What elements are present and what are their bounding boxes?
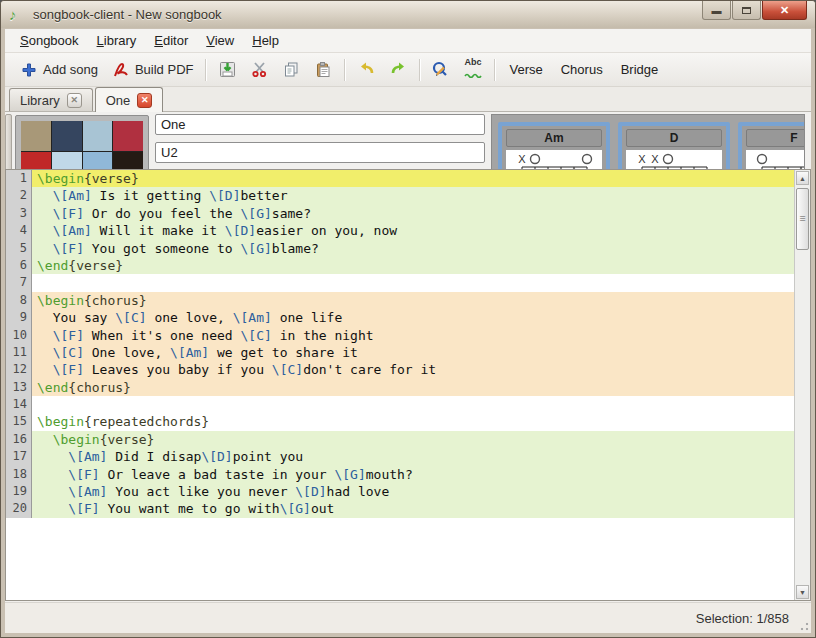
editor-line[interactable]: 15\begin{repeatedchords} bbox=[6, 413, 794, 430]
editor-line[interactable]: 2 \[Am] Is it getting \[D]better bbox=[6, 187, 794, 204]
editor-line[interactable]: 7 bbox=[6, 274, 794, 291]
menu-item-editor[interactable]: Editor bbox=[145, 30, 197, 51]
song-title-input[interactable] bbox=[155, 114, 485, 135]
copy-button[interactable] bbox=[275, 57, 307, 83]
close-icon: ✕ bbox=[780, 4, 789, 17]
editor-line[interactable]: 11 \[C] One love, \[Am] we get to share … bbox=[6, 344, 794, 361]
tab-label: Library bbox=[20, 93, 60, 108]
spellcheck-button[interactable]: Abc bbox=[457, 57, 489, 83]
editor-line[interactable]: 14 bbox=[6, 396, 794, 413]
editor-line[interactable]: 5 \[F] You got someone to \[G]blame? bbox=[6, 240, 794, 257]
line-code: \[F] Or do you feel the \[G]same? bbox=[32, 205, 794, 222]
editor-line[interactable]: 16 \begin{verse} bbox=[6, 431, 794, 448]
undo-icon bbox=[357, 61, 375, 79]
editor-line[interactable]: 20 \[F] You want me to go with\[G]out bbox=[6, 500, 794, 517]
editor-line[interactable]: 9 You say \[C] one love, \[Am] one life bbox=[6, 309, 794, 326]
verse-button[interactable]: Verse bbox=[500, 58, 551, 81]
add-song-button[interactable]: Add song bbox=[13, 57, 105, 83]
app-window: ♪ songbook-client - New songbook ▬ ✕ Son… bbox=[0, 0, 816, 638]
cut-icon bbox=[250, 61, 268, 79]
save-icon bbox=[218, 61, 236, 79]
editor-line[interactable]: 10 \[F] When it's one need \[C] in the n… bbox=[6, 327, 794, 344]
line-code: You say \[C] one love, \[Am] one life bbox=[32, 309, 794, 326]
cut-button[interactable] bbox=[243, 57, 275, 83]
window-title: songbook-client - New songbook bbox=[33, 7, 222, 22]
editor-text-area[interactable]: 1\begin{verse}2 \[Am] Is it getting \[D]… bbox=[6, 170, 794, 600]
line-code: \end{verse} bbox=[32, 257, 794, 274]
editor-line[interactable]: 13\end{chorus} bbox=[6, 379, 794, 396]
line-code: \begin{verse} bbox=[32, 431, 794, 448]
editor-line[interactable]: 8\begin{chorus} bbox=[6, 292, 794, 309]
scrollbar-thumb[interactable]: ☰ bbox=[796, 188, 809, 250]
line-code: \[Am] Will it make it \[D]easier on you,… bbox=[32, 222, 794, 239]
scroll-down-icon[interactable]: ▼ bbox=[796, 585, 809, 599]
line-code: \[F] When it's one need \[C] in the nigh… bbox=[32, 327, 794, 344]
line-number: 8 bbox=[6, 292, 32, 309]
resize-grip-icon[interactable] bbox=[797, 619, 809, 631]
line-code: \end{chorus} bbox=[32, 379, 794, 396]
build-pdf-label: Build PDF bbox=[135, 62, 194, 77]
editor-line[interactable]: 19 \[Am] You act like you never \[D]had … bbox=[6, 483, 794, 500]
toolbar-separator bbox=[494, 59, 495, 81]
redo-button[interactable] bbox=[382, 57, 414, 83]
artist-input[interactable] bbox=[155, 142, 485, 163]
tab-label: One bbox=[106, 93, 131, 108]
editor-vertical-scrollbar[interactable]: ▲ ☰ ▼ bbox=[794, 170, 810, 600]
scroll-up-icon[interactable]: ▲ bbox=[796, 171, 809, 185]
find-replace-button[interactable] bbox=[425, 57, 457, 83]
editor-line[interactable]: 18 \[F] Or leave a bad taste in your \[G… bbox=[6, 466, 794, 483]
build-pdf-button[interactable]: Build PDF bbox=[105, 57, 201, 83]
chorus-button[interactable]: Chorus bbox=[552, 58, 612, 81]
line-number: 1 bbox=[6, 170, 32, 187]
line-number: 9 bbox=[6, 309, 32, 326]
svg-text:X: X bbox=[518, 153, 526, 165]
line-number: 18 bbox=[6, 466, 32, 483]
save-button[interactable] bbox=[211, 57, 243, 83]
editor-line[interactable]: 1\begin{verse} bbox=[6, 170, 794, 187]
editor-line[interactable]: 3 \[F] Or do you feel the \[G]same? bbox=[6, 205, 794, 222]
line-number: 7 bbox=[6, 274, 32, 291]
album-collage-cell bbox=[113, 121, 143, 151]
bridge-button[interactable]: Bridge bbox=[612, 58, 668, 81]
line-number: 16 bbox=[6, 431, 32, 448]
tab-close-icon[interactable]: ✕ bbox=[137, 93, 152, 108]
editor-line[interactable]: 4 \[Am] Will it make it \[D]easier on yo… bbox=[6, 222, 794, 239]
maximize-button[interactable] bbox=[732, 1, 761, 20]
line-code: \[F] You got someone to \[G]blame? bbox=[32, 240, 794, 257]
line-code: \[Am] Is it getting \[D]better bbox=[32, 187, 794, 204]
paste-button[interactable] bbox=[307, 57, 339, 83]
app-music-note-icon: ♪ bbox=[9, 6, 27, 24]
title-bar[interactable]: ♪ songbook-client - New songbook ▬ ✕ bbox=[1, 1, 815, 28]
line-code bbox=[32, 274, 794, 291]
close-button[interactable]: ✕ bbox=[762, 1, 807, 20]
line-code: \[F] Leaves you baby if you \[C]don't ca… bbox=[32, 361, 794, 378]
tab-library[interactable]: Library✕ bbox=[9, 88, 93, 111]
add-plus-icon bbox=[20, 61, 38, 79]
svg-text:X: X bbox=[651, 153, 659, 165]
tab-close-icon[interactable]: ✕ bbox=[67, 93, 82, 108]
editor-line[interactable]: 17 \[Am] Did I disap\[D]point you bbox=[6, 448, 794, 465]
app-client-area: SongbookLibraryEditorViewHelp Add song B… bbox=[5, 29, 811, 633]
menu-item-help[interactable]: Help bbox=[243, 30, 288, 51]
editor-line[interactable]: 6\end{verse} bbox=[6, 257, 794, 274]
undo-button[interactable] bbox=[350, 57, 382, 83]
chord-name: D bbox=[626, 129, 722, 147]
line-code: \begin{verse} bbox=[32, 170, 794, 187]
redo-icon bbox=[389, 61, 407, 79]
song-editor[interactable]: 1\begin{verse}2 \[Am] Is it getting \[D]… bbox=[5, 169, 811, 601]
chord-name: Am bbox=[506, 129, 602, 147]
minimize-button[interactable]: ▬ bbox=[702, 1, 731, 20]
line-code: \[F] You want me to go with\[G]out bbox=[32, 500, 794, 517]
menu-item-view[interactable]: View bbox=[197, 30, 243, 51]
line-number: 20 bbox=[6, 500, 32, 517]
tab-one[interactable]: One✕ bbox=[95, 87, 164, 112]
menu-item-songbook[interactable]: Songbook bbox=[11, 30, 88, 51]
line-code: \[Am] You act like you never \[D]had lov… bbox=[32, 483, 794, 500]
screenshot-stage: ♪ songbook-client - New songbook ▬ ✕ Son… bbox=[0, 0, 816, 638]
menu-item-library[interactable]: Library bbox=[88, 30, 146, 51]
status-bar: Selection: 1/858 bbox=[5, 602, 811, 633]
copy-icon bbox=[282, 61, 300, 79]
editor-line[interactable]: 12 \[F] Leaves you baby if you \[C]don't… bbox=[6, 361, 794, 378]
line-number: 13 bbox=[6, 379, 32, 396]
line-number: 6 bbox=[6, 257, 32, 274]
